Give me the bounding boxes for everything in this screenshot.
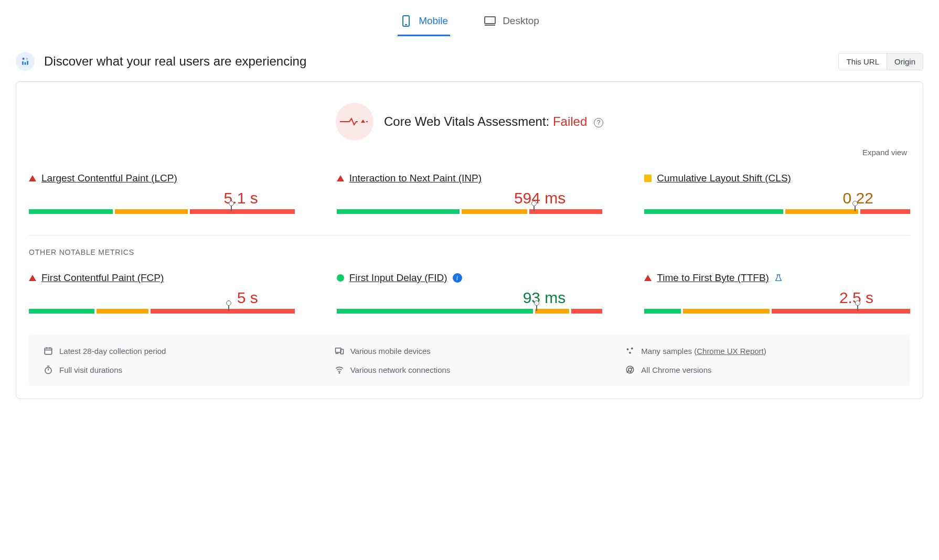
other-metrics-grid: First Contentful Paint (FCP) 5 s First I…	[29, 272, 910, 314]
metric-lcp-bar	[29, 209, 295, 214]
metric-lcp: Largest Contentful Paint (LCP) 5.1 s	[29, 173, 295, 214]
foot-chrome: All Chrome versions	[625, 365, 895, 374]
square-icon	[644, 175, 652, 182]
metric-inp: Interaction to Next Paint (INP) 594 ms	[337, 173, 603, 214]
svg-rect-11	[45, 348, 52, 354]
page-title: Discover what your real users are experi…	[44, 54, 306, 69]
tab-mobile[interactable]: Mobile	[398, 10, 450, 36]
scope-origin[interactable]: Origin	[887, 53, 923, 70]
tab-desktop[interactable]: Desktop	[482, 10, 541, 36]
circle-icon	[337, 274, 344, 282]
triangle-icon	[29, 275, 36, 281]
foot-durations-text: Full visit durations	[59, 365, 122, 374]
network-icon	[335, 365, 344, 374]
svg-rect-6	[22, 61, 24, 65]
metric-inp-name[interactable]: Interaction to Next Paint (INP)	[349, 173, 482, 184]
metric-fcp-value: 5 s	[237, 289, 258, 306]
metric-fcp-bar	[29, 309, 295, 314]
svg-rect-7	[25, 62, 26, 65]
foot-period-text: Latest 28-day collection period	[59, 347, 166, 356]
metric-cls: Cumulative Layout Shift (CLS) 0.22	[644, 173, 910, 214]
footer-info: Latest 28-day collection period Various …	[29, 335, 910, 386]
metric-cls-name[interactable]: Cumulative Layout Shift (CLS)	[657, 173, 791, 184]
core-metrics-grid: Largest Contentful Paint (LCP) 5.1 s Int…	[29, 173, 910, 214]
metric-inp-value: 594 ms	[514, 189, 565, 207]
foot-durations: Full visit durations	[44, 365, 314, 374]
metric-ttfb-name[interactable]: Time to First Byte (TTFB)	[657, 272, 769, 284]
metric-ttfb-bar	[644, 309, 910, 314]
tab-desktop-label: Desktop	[503, 15, 539, 27]
devices-icon	[335, 346, 344, 356]
triangle-icon	[337, 175, 344, 181]
svg-rect-2	[485, 17, 495, 24]
metric-ttfb: Time to First Byte (TTFB) 2.5 s	[644, 272, 910, 314]
triangle-icon	[29, 175, 36, 181]
header: Discover what your real users are experi…	[16, 52, 923, 71]
metric-fcp-name[interactable]: First Contentful Paint (FCP)	[41, 272, 164, 284]
foot-devices: Various mobile devices	[335, 346, 605, 356]
pulse-icon	[336, 103, 374, 141]
foot-chrome-text: All Chrome versions	[641, 365, 711, 374]
metric-fcp: First Contentful Paint (FCP) 5 s	[29, 272, 295, 314]
foot-network-text: Various network connections	[350, 365, 451, 374]
svg-point-24	[339, 372, 340, 373]
tab-mobile-label: Mobile	[419, 15, 448, 27]
scatter-icon	[625, 346, 635, 356]
device-tabs: Mobile Desktop	[16, 10, 923, 36]
assessment-prefix: Core Web Vitals Assessment:	[384, 114, 553, 128]
metric-fid-bar	[337, 309, 603, 314]
vitals-card: Core Web Vitals Assessment: Failed ? Exp…	[16, 81, 923, 399]
svg-rect-15	[335, 348, 341, 352]
assessment-status: Failed	[553, 114, 587, 128]
flask-icon[interactable]	[774, 273, 783, 283]
triangle-icon	[644, 275, 652, 281]
users-chart-icon	[16, 52, 35, 71]
chrome-icon	[625, 365, 635, 374]
svg-point-18	[627, 348, 629, 350]
scope-this-url[interactable]: This URL	[839, 53, 887, 70]
metric-fid-value: 93 ms	[523, 289, 566, 306]
svg-rect-8	[27, 61, 28, 65]
expand-view-link[interactable]: Expand view	[29, 148, 910, 157]
info-icon[interactable]: i	[453, 273, 462, 283]
desktop-icon	[484, 15, 496, 27]
foot-period: Latest 28-day collection period	[44, 346, 314, 356]
svg-point-5	[26, 58, 28, 60]
metric-inp-bar	[337, 209, 603, 214]
svg-point-4	[23, 58, 25, 60]
foot-samples: Many samples (Chrome UX Report)	[625, 346, 895, 356]
svg-marker-9	[361, 120, 365, 123]
divider	[29, 235, 910, 235]
metric-fid-name[interactable]: First Input Delay (FID)	[349, 272, 447, 284]
metric-cls-value: 0.22	[843, 189, 873, 207]
help-icon[interactable]: ?	[594, 118, 603, 127]
foot-devices-text: Various mobile devices	[350, 347, 431, 356]
foot-samples-text: Many samples (Chrome UX Report)	[641, 347, 766, 356]
crux-report-link[interactable]: Chrome UX Report	[697, 347, 764, 356]
metric-cls-bar	[644, 209, 910, 214]
stopwatch-icon	[44, 365, 53, 374]
calendar-icon	[44, 346, 53, 356]
mobile-icon	[400, 15, 412, 27]
other-metrics-label: OTHER NOTABLE METRICS	[29, 248, 910, 256]
metric-fid: First Input Delay (FID) i 93 ms	[337, 272, 603, 314]
scope-toggle: This URL Origin	[838, 53, 923, 70]
foot-network: Various network connections	[335, 365, 605, 374]
assessment-label: Core Web Vitals Assessment: Failed ?	[384, 114, 603, 129]
svg-point-20	[629, 352, 631, 354]
svg-point-19	[631, 348, 633, 350]
metric-lcp-name[interactable]: Largest Contentful Paint (LCP)	[41, 173, 177, 184]
assessment-row: Core Web Vitals Assessment: Failed ?	[29, 103, 910, 141]
